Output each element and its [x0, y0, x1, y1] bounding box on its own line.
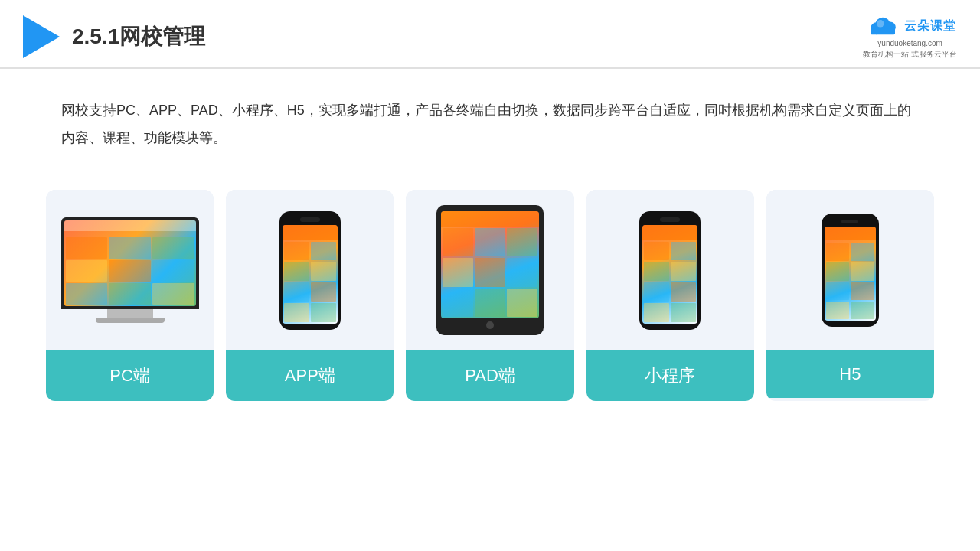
- card-pad-label: PAD端: [406, 350, 573, 401]
- header-left: 2.5.1网校管理: [23, 15, 205, 58]
- brand-tagline: yunduoketang.com 教育机构一站 式服务云平台: [863, 38, 957, 60]
- card-h5: H5: [766, 190, 934, 401]
- card-pc: PC端: [46, 190, 214, 401]
- card-pad: PAD端: [406, 190, 573, 401]
- card-h5-image: [766, 190, 934, 350]
- header: 2.5.1网校管理 云朵课堂 yunduoketang.com 教育机构一站 式…: [0, 0, 980, 69]
- svg-rect-3: [871, 28, 895, 34]
- pc-monitor-icon: [61, 217, 199, 323]
- card-app-label: APP端: [226, 350, 394, 401]
- brand-logo: 云朵课堂 yunduoketang.com 教育机构一站 式服务云平台: [863, 14, 957, 60]
- card-h5-label: H5: [766, 350, 934, 398]
- phone-notch: [300, 217, 320, 222]
- phone-small-notch: [841, 220, 858, 223]
- page-title: 2.5.1网校管理: [72, 22, 205, 51]
- card-pad-image: [406, 190, 573, 350]
- h5-phone-icon: [822, 214, 879, 327]
- app-phone-icon: [279, 211, 341, 330]
- logo-triangle-icon: [23, 15, 60, 58]
- phone-screen: [283, 225, 338, 324]
- phone-notch-2: [660, 217, 680, 222]
- cloud-icon: [864, 14, 901, 38]
- description-paragraph: 网校支持PC、APP、PAD、小程序、H5，实现多端打通，产品各终端自由切换，数…: [61, 96, 919, 152]
- brand-logo-icon: 云朵课堂: [864, 14, 956, 38]
- pad-tablet-icon: [436, 205, 544, 335]
- card-pc-label: PC端: [46, 350, 214, 401]
- header-right: 云朵课堂 yunduoketang.com 教育机构一站 式服务云平台: [863, 14, 957, 60]
- svg-point-4: [877, 20, 884, 28]
- description-text: 网校支持PC、APP、PAD、小程序、H5，实现多端打通，产品各终端自由切换，数…: [0, 69, 980, 167]
- cards-container: PC端: [0, 167, 980, 432]
- card-miniapp-label: 小程序: [586, 350, 754, 401]
- card-miniapp-image: [586, 190, 754, 350]
- phone-screen-2: [642, 225, 697, 324]
- card-app: APP端: [226, 190, 394, 401]
- card-pc-image: [46, 190, 214, 350]
- card-miniapp: 小程序: [586, 190, 754, 401]
- card-app-image: [226, 190, 394, 350]
- brand-name: 云朵课堂: [904, 18, 956, 34]
- miniapp-phone-icon: [639, 211, 701, 330]
- tablet-screen: [441, 211, 539, 318]
- phone-small-screen: [825, 227, 876, 321]
- tablet-home-button: [486, 321, 494, 329]
